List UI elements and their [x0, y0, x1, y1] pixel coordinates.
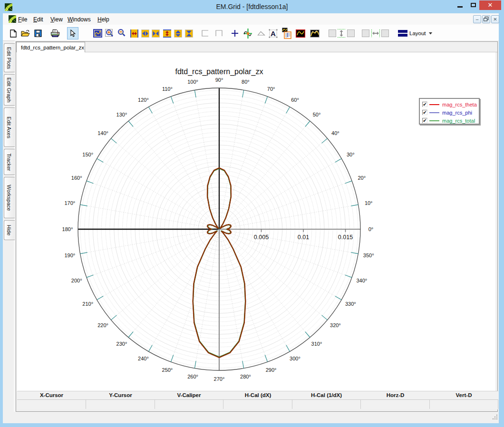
svg-text:60°: 60°: [291, 97, 299, 103]
svg-text:340°: 340°: [356, 278, 367, 283]
svg-text:230°: 230°: [116, 341, 127, 347]
svg-text:0°: 0°: [368, 226, 374, 232]
svg-text:120°: 120°: [138, 97, 149, 103]
svg-text:250°: 250°: [162, 367, 173, 373]
svg-text:240°: 240°: [138, 356, 149, 361]
svg-text:300°: 300°: [290, 356, 300, 361]
svg-text:210°: 210°: [82, 301, 93, 307]
svg-text:140°: 140°: [97, 130, 108, 136]
svg-text:50°: 50°: [313, 112, 321, 117]
svg-text:110°: 110°: [162, 86, 173, 92]
svg-text:330°: 330°: [345, 301, 356, 307]
svg-text:180°: 180°: [62, 226, 73, 232]
svg-text:290°: 290°: [266, 367, 277, 373]
svg-text:90°: 90°: [215, 77, 223, 83]
svg-text:200°: 200°: [71, 278, 82, 283]
svg-text:310°: 310°: [311, 341, 322, 347]
svg-text:170°: 170°: [64, 200, 75, 206]
svg-text:130°: 130°: [116, 112, 127, 117]
svg-text:80°: 80°: [242, 79, 250, 85]
svg-text:350°: 350°: [363, 252, 374, 258]
svg-text:160°: 160°: [71, 175, 82, 181]
svg-text:0.01: 0.01: [298, 234, 309, 241]
svg-text:260°: 260°: [187, 374, 198, 379]
svg-text:280°: 280°: [240, 374, 251, 379]
svg-text:70°: 70°: [267, 86, 275, 92]
svg-text:30°: 30°: [347, 152, 355, 157]
svg-text:150°: 150°: [82, 152, 93, 157]
svg-text:40°: 40°: [331, 130, 339, 136]
svg-text:100°: 100°: [187, 79, 198, 85]
svg-text:10°: 10°: [365, 200, 373, 206]
svg-text:0.005: 0.005: [254, 234, 269, 241]
svg-text:0.015: 0.015: [338, 234, 353, 241]
svg-text:220°: 220°: [97, 322, 108, 328]
svg-text:270°: 270°: [214, 376, 225, 382]
svg-text:A: A: [271, 29, 276, 37]
svg-text:190°: 190°: [64, 252, 75, 258]
svg-text:20°: 20°: [358, 175, 366, 181]
svg-text:320°: 320°: [330, 322, 341, 328]
